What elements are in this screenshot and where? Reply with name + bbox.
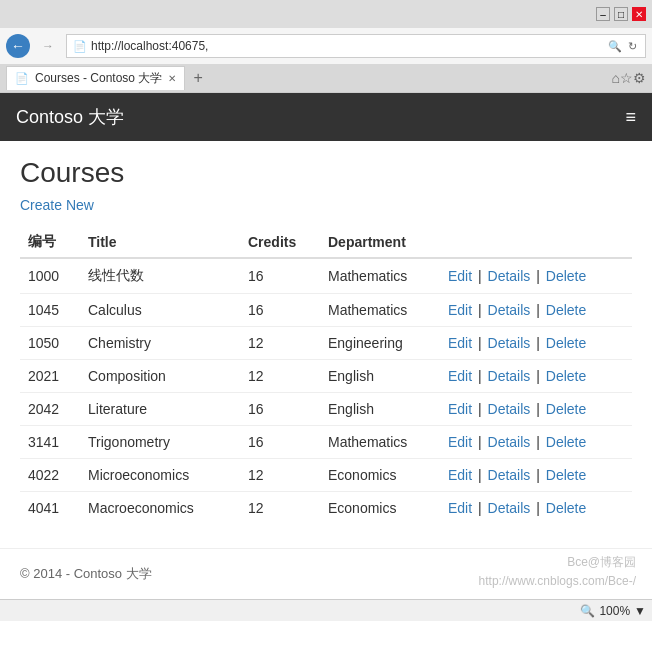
cell-credits: 12 xyxy=(240,327,320,360)
url-icon: 📄 xyxy=(73,40,87,53)
watermark: Bce@博客园 http://www.cnblogs.com/Bce-/ xyxy=(479,553,636,591)
delete-link[interactable]: Delete xyxy=(546,434,586,450)
cell-actions: Edit | Details | Delete xyxy=(440,294,632,327)
cell-department: Economics xyxy=(320,492,440,525)
cell-credits: 16 xyxy=(240,393,320,426)
separator: | xyxy=(532,500,543,516)
url-actions: 🔍 ↻ xyxy=(606,40,639,53)
cell-department: Engineering xyxy=(320,327,440,360)
cell-actions: Edit | Details | Delete xyxy=(440,258,632,294)
cell-id: 2042 xyxy=(20,393,80,426)
cell-title: Literature xyxy=(80,393,240,426)
table-row: 1050Chemistry12EngineeringEdit | Details… xyxy=(20,327,632,360)
table-header: 编号 Title Credits Department xyxy=(20,225,632,258)
zoom-arrow[interactable]: ▼ xyxy=(634,604,646,618)
maximize-button[interactable]: □ xyxy=(614,7,628,21)
cell-actions: Edit | Details | Delete xyxy=(440,492,632,525)
details-link[interactable]: Details xyxy=(488,467,531,483)
separator: | xyxy=(474,302,485,318)
status-bar: 🔍 100% ▼ xyxy=(0,599,652,621)
delete-link[interactable]: Delete xyxy=(546,335,586,351)
separator: | xyxy=(474,467,485,483)
cell-title: Calculus xyxy=(80,294,240,327)
create-new-link[interactable]: Create New xyxy=(20,197,94,213)
separator: | xyxy=(474,500,485,516)
cell-id: 3141 xyxy=(20,426,80,459)
separator: | xyxy=(532,335,543,351)
separator: | xyxy=(474,401,485,417)
details-link[interactable]: Details xyxy=(488,335,531,351)
cell-department: Mathematics xyxy=(320,294,440,327)
delete-link[interactable]: Delete xyxy=(546,268,586,284)
details-link[interactable]: Details xyxy=(488,401,531,417)
table-row: 4041Macroeconomics12EconomicsEdit | Deta… xyxy=(20,492,632,525)
details-link[interactable]: Details xyxy=(488,368,531,384)
edit-link[interactable]: Edit xyxy=(448,368,472,384)
edit-link[interactable]: Edit xyxy=(448,268,472,284)
footer-text: © 2014 - Contoso 大学 xyxy=(20,566,152,581)
table-row: 3141Trigonometry16MathematicsEdit | Deta… xyxy=(20,426,632,459)
refresh-button[interactable]: ↻ xyxy=(626,40,639,53)
details-link[interactable]: Details xyxy=(488,500,531,516)
hamburger-button[interactable]: ≡ xyxy=(625,107,636,128)
zoom-icon: 🔍 xyxy=(580,604,595,618)
delete-link[interactable]: Delete xyxy=(546,302,586,318)
details-link[interactable]: Details xyxy=(488,302,531,318)
header-department: Department xyxy=(320,225,440,258)
cell-id: 4022 xyxy=(20,459,80,492)
url-bar[interactable]: 📄 http://localhost:40675, 🔍 ↻ xyxy=(66,34,646,58)
table-row: 2021Composition12EnglishEdit | Details |… xyxy=(20,360,632,393)
details-link[interactable]: Details xyxy=(488,434,531,450)
home-icon[interactable]: ⌂ xyxy=(612,70,620,86)
forward-button[interactable]: → xyxy=(36,34,60,58)
delete-link[interactable]: Delete xyxy=(546,500,586,516)
address-bar: ← → 📄 http://localhost:40675, 🔍 ↻ xyxy=(0,28,652,64)
close-button[interactable]: ✕ xyxy=(632,7,646,21)
edit-link[interactable]: Edit xyxy=(448,467,472,483)
edit-link[interactable]: Edit xyxy=(448,500,472,516)
header-credits: Credits xyxy=(240,225,320,258)
back-button[interactable]: ← xyxy=(6,34,30,58)
separator: | xyxy=(474,434,485,450)
tab-bar: 📄 Courses - Contoso 大学 ✕ + ⌂ ☆ ⚙ xyxy=(0,64,652,92)
table-body: 1000线性代数16MathematicsEdit | Details | De… xyxy=(20,258,632,524)
cell-title: Microeconomics xyxy=(80,459,240,492)
separator: | xyxy=(532,434,543,450)
minimize-button[interactable]: – xyxy=(596,7,610,21)
cell-id: 2021 xyxy=(20,360,80,393)
site-title: Contoso 大学 xyxy=(16,105,124,129)
cell-department: English xyxy=(320,393,440,426)
cell-credits: 16 xyxy=(240,294,320,327)
header-row: 编号 Title Credits Department xyxy=(20,225,632,258)
courses-table: 编号 Title Credits Department 1000线性代数16Ma… xyxy=(20,225,632,524)
delete-link[interactable]: Delete xyxy=(546,368,586,384)
cell-credits: 16 xyxy=(240,258,320,294)
edit-link[interactable]: Edit xyxy=(448,335,472,351)
cell-department: Mathematics xyxy=(320,258,440,294)
cell-department: Economics xyxy=(320,459,440,492)
active-tab[interactable]: 📄 Courses - Contoso 大学 ✕ xyxy=(6,66,185,90)
cell-actions: Edit | Details | Delete xyxy=(440,459,632,492)
new-tab-button[interactable]: + xyxy=(189,69,206,87)
cell-actions: Edit | Details | Delete xyxy=(440,393,632,426)
page-title: Courses xyxy=(20,157,632,189)
footer: © 2014 - Contoso 大学 Bce@博客园 http://www.c… xyxy=(0,548,652,599)
delete-link[interactable]: Delete xyxy=(546,467,586,483)
tab-close-button[interactable]: ✕ xyxy=(168,73,176,84)
cell-credits: 12 xyxy=(240,459,320,492)
settings-icon[interactable]: ⚙ xyxy=(633,70,646,86)
details-link[interactable]: Details xyxy=(488,268,531,284)
edit-link[interactable]: Edit xyxy=(448,434,472,450)
delete-link[interactable]: Delete xyxy=(546,401,586,417)
cell-actions: Edit | Details | Delete xyxy=(440,360,632,393)
edit-link[interactable]: Edit xyxy=(448,401,472,417)
cell-credits: 12 xyxy=(240,360,320,393)
edit-link[interactable]: Edit xyxy=(448,302,472,318)
cell-title: Chemistry xyxy=(80,327,240,360)
search-icon[interactable]: 🔍 xyxy=(606,40,624,53)
separator: | xyxy=(532,368,543,384)
separator: | xyxy=(474,335,485,351)
title-bar: – □ ✕ xyxy=(0,0,652,28)
favorites-icon[interactable]: ☆ xyxy=(620,70,633,86)
separator: | xyxy=(474,268,485,284)
